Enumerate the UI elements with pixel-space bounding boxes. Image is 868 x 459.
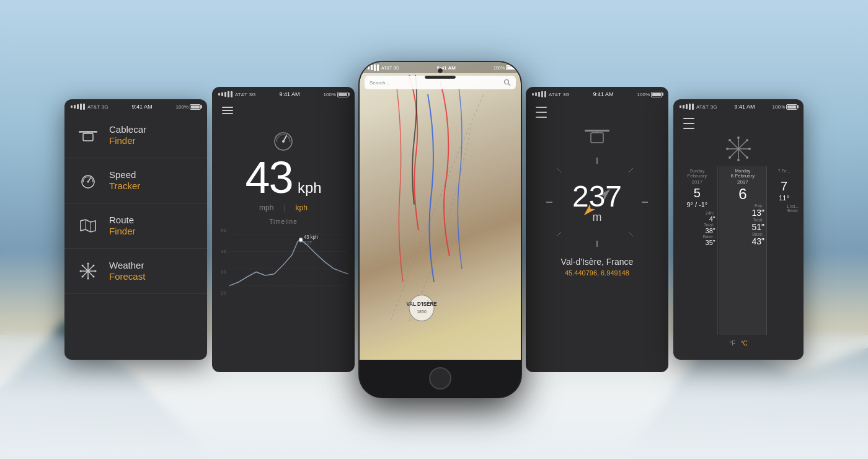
svg-point-20 bbox=[82, 265, 84, 267]
svg-point-66 bbox=[726, 148, 728, 150]
location-coords: 45.440796, 6.949148 bbox=[526, 269, 668, 277]
sunday-total: 38" bbox=[679, 227, 715, 234]
svg-text:VAL D'ISÈRE: VAL D'ISÈRE bbox=[406, 301, 437, 307]
label-base-t: Base: bbox=[769, 208, 799, 213]
time-label-4: 9:41 AM bbox=[593, 91, 614, 97]
y-label-40: 40 bbox=[221, 249, 226, 254]
label-total-m: Total: bbox=[721, 218, 764, 222]
signal-dot bbox=[218, 93, 220, 96]
compass-display: 237 m bbox=[541, 153, 653, 252]
speedometer-icon bbox=[77, 169, 99, 192]
battery-label-2: 100% bbox=[324, 92, 336, 97]
signal-dot bbox=[231, 91, 232, 97]
ski-runs-svg: VAL D'ISÈRE 1850 bbox=[360, 62, 521, 360]
time-label: 9:41 AM bbox=[132, 104, 153, 110]
status-bar-5: AT&T 3G 9:41 AM 100% bbox=[673, 99, 804, 113]
menu-item-cablecar[interactable]: Cablecar Finder bbox=[64, 113, 207, 158]
map-screen: VAL D'ISÈRE 1850 AT&T 3G 9:41 AM bbox=[360, 62, 521, 360]
signal-dot bbox=[680, 105, 681, 108]
unit-f[interactable]: °F bbox=[729, 340, 735, 347]
battery-label-5: 100% bbox=[773, 104, 785, 110]
signal-dot bbox=[71, 105, 73, 108]
svg-line-56 bbox=[557, 232, 561, 236]
carrier-label: AT&T bbox=[549, 92, 561, 97]
screen-weather: AT&T 3G 9:41 AM 100% bbox=[673, 99, 804, 360]
signal-dot bbox=[221, 92, 223, 96]
sunday-year-label: 2017 bbox=[679, 179, 715, 185]
menu-item-speed[interactable]: Speed Tracker bbox=[64, 158, 207, 203]
carrier-label: AT&T bbox=[235, 92, 247, 97]
speed-unit-toggle: mph | kph bbox=[212, 200, 355, 218]
cablecar-subtitle: Finder bbox=[109, 135, 146, 146]
svg-point-69 bbox=[746, 156, 748, 159]
menu-text-route: Route Finder bbox=[109, 215, 136, 237]
signal-dot bbox=[83, 104, 85, 110]
route-subtitle: Finder bbox=[109, 226, 136, 237]
speed-unit: kph bbox=[298, 179, 322, 196]
signal-dot bbox=[538, 92, 540, 97]
hamburger-menu-4[interactable] bbox=[536, 107, 547, 118]
signal-dot bbox=[541, 91, 543, 97]
kph-toggle[interactable]: kph bbox=[296, 203, 308, 212]
signal-dot bbox=[686, 104, 688, 109]
weather-header bbox=[673, 113, 804, 131]
chart-grid: 43 kph 9:27 bbox=[229, 228, 348, 296]
cablecar-icon bbox=[77, 124, 99, 146]
phone-notch bbox=[425, 68, 456, 79]
battery-icon-4 bbox=[651, 92, 662, 97]
label-base: Base: bbox=[679, 234, 715, 239]
hamburger-line bbox=[536, 107, 547, 108]
monday-temp: 13" bbox=[721, 208, 764, 218]
screen-altitude: AT&T 3G 9:41 AM 100% bbox=[526, 87, 668, 372]
hamburger-line bbox=[683, 123, 694, 124]
svg-line-54 bbox=[557, 168, 561, 172]
weather-tuesday: 7 Fe... 7 11° 1 tot... Base: bbox=[768, 166, 800, 335]
svg-point-18 bbox=[80, 270, 82, 272]
hamburger-menu-5[interactable] bbox=[683, 118, 694, 129]
menu-item-weather[interactable]: Weather Forecast bbox=[64, 249, 207, 294]
svg-point-17 bbox=[87, 278, 89, 280]
status-bar-2: AT&T 3G 9:41 AM 100% bbox=[212, 87, 355, 100]
signal-dot bbox=[74, 105, 76, 109]
home-button[interactable] bbox=[429, 367, 451, 390]
battery-icon bbox=[190, 104, 201, 110]
time-label-5: 9:41 AM bbox=[735, 104, 755, 110]
menu-list: Cablecar Finder Speed bbox=[64, 113, 207, 294]
hamburger-line bbox=[222, 110, 233, 111]
hamburger-menu[interactable] bbox=[222, 107, 233, 114]
svg-point-40 bbox=[409, 295, 434, 321]
sunday-base: 35" bbox=[679, 239, 715, 246]
altitude-value: 237 bbox=[572, 180, 622, 213]
svg-point-37 bbox=[299, 238, 303, 243]
hamburger-line bbox=[536, 112, 547, 113]
svg-point-22 bbox=[93, 265, 95, 267]
monday-year-label: 2017 bbox=[721, 179, 764, 185]
front-camera bbox=[438, 68, 443, 73]
menu-text-cablecar: Cablecar Finder bbox=[109, 124, 146, 146]
signal-dot bbox=[692, 104, 694, 110]
weather-unit-toggle: °F °C bbox=[673, 337, 804, 349]
y-label-30: 30 bbox=[221, 269, 226, 275]
svg-text:9:27: 9:27 bbox=[304, 240, 312, 246]
monday-total: 51" bbox=[721, 222, 764, 232]
svg-point-26 bbox=[282, 140, 285, 143]
svg-point-21 bbox=[93, 276, 95, 278]
altitude-header bbox=[526, 100, 668, 118]
chart-area: 50 40 30 20 43 kph bbox=[218, 228, 348, 296]
mph-toggle[interactable]: mph bbox=[259, 203, 273, 212]
signal-dot bbox=[77, 104, 79, 109]
status-bar-4: AT&T 3G 9:41 AM 100% bbox=[526, 87, 668, 100]
screens-container: AT&T 3G 9:41 AM 100% bbox=[0, 0, 868, 459]
unit-c[interactable]: °C bbox=[740, 340, 747, 347]
svg-point-67 bbox=[748, 148, 751, 150]
svg-point-43 bbox=[505, 80, 509, 84]
menu-item-route[interactable]: Route Finder bbox=[64, 203, 207, 249]
speed-title: Speed bbox=[109, 169, 140, 180]
monday-month: 6 February bbox=[721, 173, 764, 179]
hamburger-line bbox=[536, 117, 547, 118]
cablecar-display-icon bbox=[526, 118, 668, 153]
carrier-label: AT&T bbox=[696, 104, 709, 110]
battery-icon-2 bbox=[337, 92, 348, 97]
altitude-overlay: 237 m bbox=[569, 182, 625, 223]
svg-point-19 bbox=[95, 270, 97, 272]
